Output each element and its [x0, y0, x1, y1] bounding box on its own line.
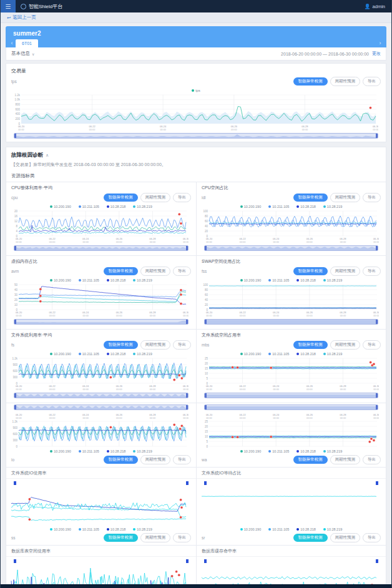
panel-datazoom-slider[interactable] [14, 559, 189, 564]
anomaly-detect-button[interactable]: 智能异常检测 [293, 534, 328, 542]
export-button[interactable]: 导出 [363, 533, 381, 542]
legend-item[interactable]: 10.28.218 [107, 278, 125, 282]
slider-handle-r[interactable] [186, 405, 188, 409]
slider-handle-l[interactable] [204, 481, 207, 485]
tx-datazoom-slider[interactable] [14, 133, 378, 139]
legend-item[interactable]: 10.200.190 [50, 352, 71, 356]
legend-item[interactable]: 10.200.190 [240, 278, 262, 282]
slider-handle-l[interactable] [205, 246, 207, 250]
back-link[interactable]: ↩ 返回上一页 [7, 14, 36, 21]
slider-handle-r[interactable] [376, 481, 378, 485]
legend-item[interactable]: 10.28.219 [133, 352, 152, 356]
export-button[interactable]: 导出 [173, 267, 191, 276]
legend-item[interactable]: 10.211.105 [79, 278, 99, 282]
export-button[interactable]: 导出 [363, 267, 381, 276]
slider-handle-l[interactable] [205, 320, 207, 324]
legend-item[interactable]: 10.211.105 [79, 352, 99, 356]
panel-datazoom-slider[interactable] [204, 559, 378, 564]
tab-instance[interactable]: 6T01 [16, 39, 38, 47]
anomaly-detect-button[interactable]: 智能异常检测 [104, 456, 138, 464]
panel-datazoom-slider[interactable] [204, 245, 378, 251]
slider-handle-l[interactable] [14, 320, 16, 324]
legend-item[interactable]: 10.28.218 [296, 527, 315, 531]
legend-item[interactable]: 10.211.105 [268, 449, 289, 453]
legend-item[interactable]: 10.28.218 [107, 449, 125, 453]
slider-handle-r[interactable] [376, 246, 378, 250]
legend-item[interactable]: 10.200.190 [240, 352, 262, 356]
legend-item[interactable]: 10.200.190 [50, 278, 71, 282]
change-range-link[interactable]: 更改 [372, 51, 381, 57]
slider-handle-l[interactable] [14, 393, 16, 398]
slider-handle-l[interactable] [204, 559, 207, 563]
export-button[interactable]: 导出 [363, 77, 381, 86]
legend-item[interactable]: 10.28.219 [133, 527, 152, 531]
export-button[interactable]: 导出 [173, 193, 191, 202]
panel-datazoom-slider[interactable] [204, 404, 378, 410]
slider-handle-l[interactable] [205, 393, 207, 398]
anomaly-detect-button[interactable]: 智能异常检测 [104, 341, 138, 349]
periodic-forecast-button[interactable]: 周期性预测 [330, 77, 361, 86]
slider-handle-l[interactable] [14, 134, 16, 138]
panel-datazoom-slider[interactable] [204, 393, 378, 398]
export-button[interactable]: 导出 [363, 340, 381, 350]
collapse-icon[interactable]: ∧ [46, 153, 49, 158]
anomaly-detect-button[interactable]: 智能异常检测 [104, 194, 138, 202]
legend-item[interactable]: 10.28.218 [296, 352, 315, 356]
user-menu[interactable]: 👤 admin [365, 4, 385, 9]
legend-item[interactable]: 10.28.219 [323, 278, 342, 282]
panel-datazoom-slider[interactable] [14, 393, 189, 398]
tx-legend-item[interactable]: tps [192, 89, 200, 92]
slider-handle-l[interactable] [14, 246, 16, 250]
panel-datazoom-slider[interactable] [204, 481, 378, 486]
legend-item[interactable]: 10.211.105 [268, 527, 289, 531]
slider-handle-r[interactable] [186, 393, 188, 398]
slider-handle-r[interactable] [186, 481, 189, 485]
legend-item[interactable]: 10.200.190 [50, 449, 71, 453]
legend-item[interactable]: 10.211.105 [79, 449, 99, 453]
anomaly-detect-button[interactable]: 智能异常检测 [293, 456, 328, 464]
hamburger-menu-icon[interactable]: ☰ [1, 0, 16, 12]
periodic-forecast-button[interactable]: 周期性预测 [330, 193, 361, 202]
legend-item[interactable]: 10.28.219 [323, 527, 342, 531]
legend-item[interactable]: 10.200.190 [240, 527, 262, 531]
slider-handle-r[interactable] [376, 405, 378, 409]
periodic-forecast-button[interactable]: 周期性预测 [330, 533, 361, 542]
legend-item[interactable]: 10.28.219 [323, 449, 342, 453]
slider-handle-r[interactable] [186, 246, 188, 250]
basic-info-toggle[interactable]: 基本信息 ∨ [11, 51, 34, 57]
legend-item[interactable]: 10.28.218 [107, 352, 125, 356]
export-button[interactable]: 导出 [173, 533, 191, 542]
legend-item[interactable]: 10.211.105 [268, 352, 289, 356]
legend-item[interactable]: 10.28.219 [323, 352, 342, 356]
slider-handle-r[interactable] [376, 393, 378, 398]
legend-item[interactable]: 10.28.219 [133, 205, 152, 208]
slider-handle-l[interactable] [14, 405, 16, 409]
anomaly-detect-button[interactable]: 智能异常检测 [293, 194, 328, 202]
slider-handle-l[interactable] [14, 481, 16, 485]
panel-datazoom-slider[interactable] [14, 319, 189, 325]
slider-handle-r[interactable] [186, 559, 189, 563]
slider-handle-r[interactable] [376, 559, 378, 563]
legend-item[interactable]: 10.211.105 [268, 205, 289, 208]
periodic-forecast-button[interactable]: 周期性预测 [140, 193, 171, 202]
legend-item[interactable]: 10.28.218 [296, 205, 315, 208]
legend-item[interactable]: 10.28.218 [107, 205, 125, 208]
legend-item[interactable]: 10.28.219 [133, 449, 152, 453]
legend-item[interactable]: 10.200.190 [240, 205, 262, 208]
slider-handle-l[interactable] [14, 559, 16, 563]
slider-handle-r[interactable] [376, 320, 378, 324]
legend-item[interactable]: 10.28.218 [296, 449, 315, 453]
panel-datazoom-slider[interactable] [14, 404, 189, 410]
periodic-forecast-button[interactable]: 周期性预测 [140, 340, 171, 350]
periodic-forecast-button[interactable]: 周期性预测 [330, 455, 361, 464]
export-button[interactable]: 导出 [363, 193, 381, 202]
slider-handle-l[interactable] [205, 405, 207, 409]
legend-item[interactable]: 10.28.218 [296, 278, 315, 282]
panel-datazoom-slider[interactable] [14, 245, 189, 251]
legend-item[interactable]: 10.200.190 [240, 449, 262, 453]
panel-datazoom-slider[interactable] [14, 481, 189, 486]
anomaly-detect-button[interactable]: 智能异常检测 [104, 534, 138, 542]
legend-item[interactable]: 10.200.190 [50, 205, 71, 208]
anomaly-detect-button[interactable]: 智能异常检测 [293, 267, 328, 275]
periodic-forecast-button[interactable]: 周期性预测 [330, 267, 361, 276]
